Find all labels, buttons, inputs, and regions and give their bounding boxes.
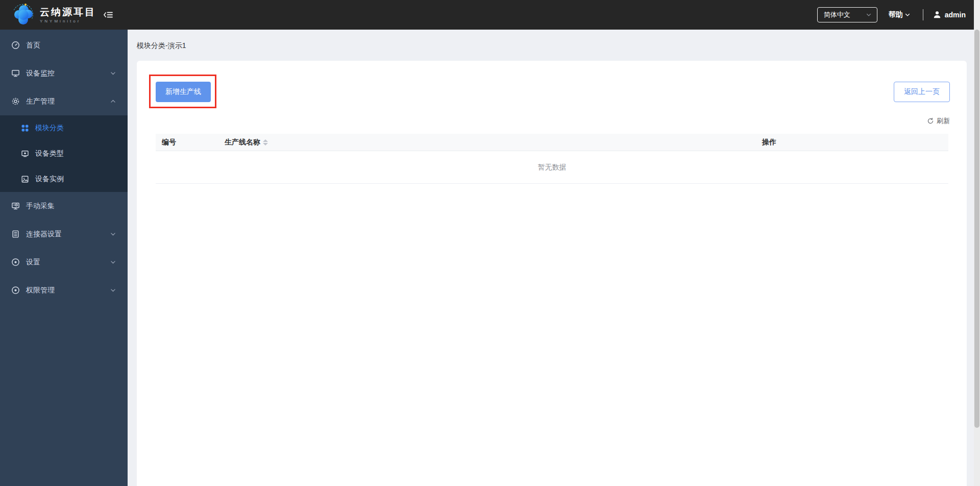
empty-text: 暂无数据 [538,163,567,172]
app-logo: 云纳源耳目 YNYMinitor [0,4,96,26]
user-icon [933,10,942,19]
scrollbar-thumb[interactable] [974,30,979,428]
sort-icon[interactable] [263,139,268,145]
refresh-label: 刷新 [937,116,950,126]
sidebar-item-label: 生产管理 [26,97,55,106]
chevron-down-icon [866,12,872,18]
sidebar-item-settings[interactable]: 设置 [0,248,128,276]
manual-collect-icon [11,202,20,210]
back-button[interactable]: 返回上一页 [894,82,950,102]
gear-icon [11,97,20,106]
sidebar-subitem-device-instance[interactable]: 设备实例 [0,166,128,192]
sidebar-item-label: 设置 [26,258,40,267]
help-menu[interactable]: 帮助 [889,10,911,19]
sidebar-subitem-device-type[interactable]: 设备类型 [0,141,128,166]
sidebar-item-home[interactable]: 首页 [0,31,128,59]
add-production-line-button[interactable]: 新增生产线 [156,82,211,102]
sidebar-subitem-label: 设备实例 [35,175,64,184]
sidebar-item-connector-settings[interactable]: 连接器设置 [0,220,128,248]
help-label: 帮助 [889,10,903,19]
sidebar-item-label: 设备监控 [26,69,55,78]
column-header-id: 编号 [156,138,218,147]
vertical-scrollbar[interactable] [974,0,980,486]
chevron-down-icon [110,231,116,237]
page-title: 模块分类-演示1 [137,41,186,51]
refresh-button[interactable]: 刷新 [927,116,950,126]
user-menu[interactable]: admin [933,10,966,19]
monitor-icon [11,69,20,78]
column-header-actions: 操作 [756,138,948,147]
sidebar-collapse-icon[interactable] [103,10,113,19]
sidebar-item-label: 权限管理 [26,286,55,295]
app-title: 云纳源耳目 [40,7,96,18]
sidebar-item-label: 手动采集 [26,202,55,211]
sidebar-subitem-label: 设备类型 [35,149,64,158]
table-empty-state: 暂无数据 [156,151,948,184]
production-management-submenu: 模块分类 设备类型 设备实例 [0,115,128,192]
sidebar-item-label: 连接器设置 [26,230,62,239]
chevron-down-icon [904,12,911,18]
four-squares-icon [20,124,29,132]
table-header-row: 编号 生产线名称 操作 [156,134,948,151]
column-header-name[interactable]: 生产线名称 [218,138,756,147]
sidebar-item-manual-collection[interactable]: 手动采集 [0,192,128,220]
gauge-icon [11,41,20,50]
divider [923,9,923,20]
username: admin [945,11,966,19]
app-subtitle: YNYMinitor [40,19,96,23]
device-instance-icon [20,175,29,183]
language-select[interactable]: 简体中文 [817,7,877,22]
topbar: 云纳源耳目 YNYMinitor 简体中文 帮助 [0,0,980,30]
production-line-table: 编号 生产线名称 操作 暂无数据 [156,134,948,184]
chevron-up-icon [110,98,116,105]
content-card: 新增生产线 返回上一页 刷新 编号 生产线名称 [137,61,967,486]
chevron-down-icon [110,70,116,77]
sidebar-item-label: 首页 [26,41,40,50]
chevron-down-icon [110,259,116,265]
sidebar-item-permission-management[interactable]: 权限管理 [0,276,128,304]
settings-icon [11,258,20,266]
device-type-icon [20,150,29,158]
sidebar: 首页 设备监控 生产管理 [0,30,128,486]
sidebar-item-device-monitoring[interactable]: 设备监控 [0,59,128,87]
sidebar-item-production-management[interactable]: 生产管理 [0,87,128,115]
permissions-icon [11,286,20,295]
sidebar-subitem-module-category[interactable]: 模块分类 [0,115,128,141]
cloud-logo-icon [12,4,35,26]
chevron-down-icon [110,287,116,294]
connector-icon [11,230,20,238]
language-select-value: 简体中文 [824,10,850,19]
sidebar-subitem-label: 模块分类 [35,124,64,133]
main-content: 模块分类-演示1 新增生产线 返回上一页 刷新 编号 生产线名称 [128,30,980,486]
refresh-icon [927,117,934,125]
